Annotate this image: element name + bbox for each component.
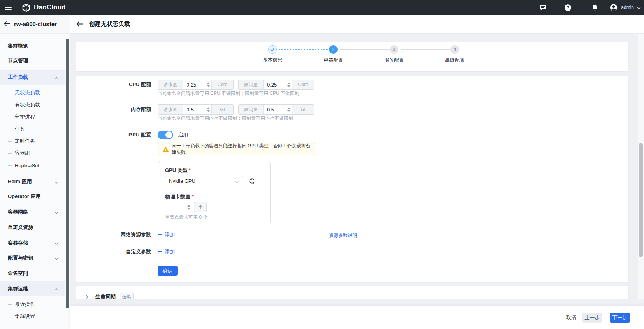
step-basic-info: 基本信息 (249, 45, 296, 64)
sidebar-item-deployments[interactable]: 无状态负载 (0, 87, 65, 99)
sidebar-item-recent-operations[interactable]: 最近操作 (0, 299, 65, 310)
step-advanced-config: 4 高级配置 (431, 45, 478, 64)
memory-limit-group: 限制量 Gi (238, 104, 314, 115)
cpu-request-input[interactable] (183, 80, 205, 89)
required-mark: * (189, 167, 191, 173)
message-icon[interactable] (539, 4, 547, 11)
stepper-arrows[interactable] (286, 80, 292, 89)
gpu-count-input[interactable] (165, 202, 186, 212)
stepper-arrows[interactable] (205, 105, 211, 114)
topbar: DaoCloud ? admin (0, 0, 644, 15)
sidebar-item-replicaset[interactable]: ReplicaSet (0, 159, 65, 171)
brand-name: DaoCloud (34, 4, 66, 11)
gpu-settings-panel: GPU 类型* Nvidia GPU 物理卡数量* (158, 161, 271, 225)
gpu-type-label: GPU 类型* (165, 167, 191, 174)
gpu-type-select[interactable]: Nvidia GPU (165, 176, 243, 186)
avatar[interactable] (610, 4, 618, 11)
stepper-arrows[interactable] (205, 80, 211, 89)
sidebar-item-container-network[interactable]: 容器网络 (0, 206, 65, 218)
menu-icon[interactable] (1, 0, 16, 15)
dash-icon (8, 93, 12, 93)
resource-params-doc-link[interactable]: 资源参数说明 (329, 232, 357, 239)
gpu-count-group (165, 202, 192, 212)
sidebar-item-daemonsets[interactable]: 守护进程 (0, 111, 65, 123)
cluster-breadcrumb[interactable]: rw-a800-cluster (0, 15, 70, 34)
container-config-form: CPU 配额 请求量 Core 限制量 Core 当前命名空间请求量可用 CPU… (76, 76, 628, 282)
user-name: admin (621, 5, 634, 10)
brand[interactable]: DaoCloud (22, 3, 66, 12)
sidebar-item-cluster-ops[interactable]: 集群运维 (0, 281, 65, 296)
stepper-arrows[interactable] (186, 202, 192, 212)
chevron-down-icon (55, 240, 58, 246)
sidebar-item-workloads[interactable]: 工作负载 (0, 70, 65, 85)
sidebar-item-config-secrets[interactable]: 配置与密钥 (0, 252, 65, 264)
user-menu[interactable]: admin (621, 4, 641, 11)
back-arrow-icon[interactable] (4, 21, 10, 28)
sidebar-item-namespaces[interactable]: 命名空间 (0, 267, 65, 279)
sidebar-item-container-storage[interactable]: 容器存储 (0, 237, 65, 249)
gpu-count-label: 物理卡数量* (165, 193, 194, 200)
network-params-add-button[interactable]: 添加 (158, 231, 175, 238)
dash-icon (8, 141, 12, 142)
gpu-type-value: Nvidia GPU (169, 178, 235, 184)
sidebar-item-operator-apps[interactable]: Operator 应用 (0, 191, 65, 202)
custom-params-label: 自定义参数 (76, 248, 151, 255)
stepper-arrows[interactable] (286, 105, 292, 114)
gpu-enable-toggle[interactable] (158, 131, 173, 139)
chevron-right-icon (86, 295, 88, 299)
sidebar-item-pods[interactable]: 容器组 (0, 147, 65, 159)
page-header: 创建无状态负载 (70, 15, 644, 34)
sidebar-item-statefulsets[interactable]: 有状态负载 (0, 99, 65, 111)
check-icon (270, 48, 275, 51)
wizard-footer: 取消 上一步 下一步 (70, 306, 644, 329)
confirm-button[interactable]: 确认 (158, 266, 178, 276)
step-done-circle (268, 45, 277, 54)
plus-icon (158, 232, 162, 237)
refresh-icon[interactable] (248, 177, 255, 186)
chevron-down-icon (55, 209, 58, 215)
gpu-config-label: GPU 配置 (76, 131, 151, 138)
cancel-button[interactable]: 取消 (566, 314, 576, 321)
back-arrow-icon[interactable] (76, 21, 83, 27)
custom-params-row: 自定义参数 添加 (76, 248, 628, 255)
custom-params-add-button[interactable]: 添加 (158, 248, 175, 255)
previous-step-button[interactable]: 上一步 (582, 313, 602, 323)
sidebar-item-cluster-overview[interactable]: 集群概览 (0, 40, 65, 52)
chevron-up-icon (55, 74, 58, 80)
sidebar: rw-a800-cluster 集群概览 节点管理 工作负载 无状态负载 有状态… (0, 15, 70, 329)
sidebar-item-cronjobs[interactable]: 定时任务 (0, 135, 65, 147)
dash-icon (8, 165, 12, 166)
gpu-warning-alert: 同一工作负载下的容器只能选择相同 GPU 类型，否则工作负载将创建失败。 (158, 143, 315, 155)
notification-bell-icon[interactable] (591, 4, 599, 11)
next-step-button[interactable]: 下一步 (610, 313, 630, 323)
sidebar-item-cluster-settings[interactable]: 集群设置 (0, 311, 65, 322)
cpu-limit-group: 限制量 Core (238, 80, 314, 90)
sidebar-item-custom-resources[interactable]: 自定义资源 (0, 221, 65, 233)
chevron-down-icon (55, 179, 58, 185)
help-icon[interactable]: ? (564, 4, 572, 11)
warning-icon (163, 147, 169, 152)
gpu-toggle-label: 启用 (178, 131, 188, 138)
dash-icon (8, 117, 12, 117)
gpu-count-up-button[interactable] (194, 202, 207, 212)
cpu-limit-input[interactable] (264, 80, 286, 89)
page-scrollbar-track[interactable] (638, 34, 644, 299)
chevron-down-icon (235, 178, 239, 185)
cluster-name: rw-a800-cluster (14, 21, 57, 27)
memory-quota-help: 当前命名空间请求量可用内存不做限制；限制量可用内存不做限制 (158, 115, 293, 122)
sidebar-scrollbar[interactable] (66, 39, 69, 308)
lifecycle-section-toggle[interactable]: 生命周期 选填 (76, 289, 628, 299)
sidebar-item-jobs[interactable]: 任务 (0, 123, 65, 135)
arrow-up-icon (198, 205, 203, 209)
page-scrollbar-thumb[interactable] (639, 143, 643, 257)
step-container-config: 2 容器配置 (310, 45, 357, 64)
memory-limit-input[interactable] (264, 105, 286, 114)
memory-request-input[interactable] (183, 105, 205, 114)
sidebar-item-helm-apps[interactable]: Helm 应用 (0, 176, 65, 187)
lifecycle-card: 生命周期 选填 (76, 286, 628, 299)
step-service-config: 3 服务配置 (371, 45, 417, 64)
dash-icon (8, 129, 12, 129)
sidebar-item-node-management[interactable]: 节点管理 (0, 55, 65, 67)
dash-icon (8, 304, 12, 305)
page-title: 创建无状态负载 (89, 20, 130, 28)
